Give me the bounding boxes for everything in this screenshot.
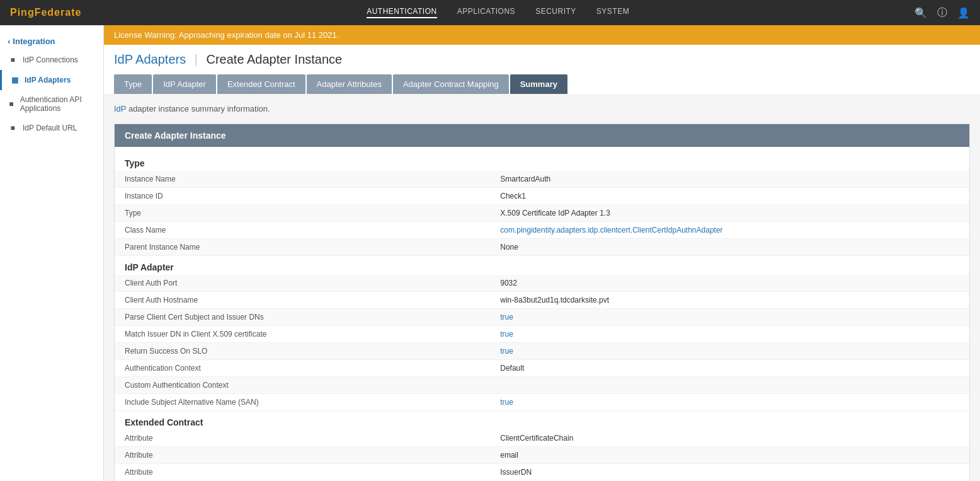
nav-link-applications[interactable]: APPLICATIONS [457, 7, 515, 18]
summary-card-header: Create Adapter Instance [115, 124, 969, 147]
tab-adapter-attributes[interactable]: Adapter Attributes [307, 74, 392, 94]
search-icon[interactable]: 🔍 [914, 7, 927, 19]
row-value: true [500, 347, 959, 356]
row-value: ClientCertificateChain [500, 434, 959, 443]
type-section-heading: Type [115, 152, 969, 171]
page-header: IdP Adapters | Create Adapter Instance T… [104, 45, 980, 94]
table-row: Attribute email [115, 447, 969, 464]
tab-adapter-contract-mapping[interactable]: Adapter Contract Mapping [393, 74, 509, 94]
sidebar-item-label: Authentication API Applications [20, 95, 96, 113]
info-link[interactable]: IdP [114, 104, 126, 113]
row-value: X.509 Certificate IdP Adapter 1.3 [500, 209, 959, 217]
row-label: Instance ID [125, 192, 500, 200]
row-label: Parse Client Cert Subject and Issuer DNs [125, 313, 500, 322]
sidebar-item-label: IdP Default URL [23, 124, 77, 132]
main-content: License Warning: Approaching expiration … [104, 25, 980, 481]
row-label: Client Auth Port [125, 279, 500, 287]
top-navigation: PingFederate AUTHENTICATION APPLICATIONS… [0, 0, 980, 25]
back-label: Integration [13, 37, 55, 46]
page-subtitle: Create Adapter Instance [207, 52, 343, 66]
row-label: Match Issuer DN in Client X.509 certific… [125, 330, 500, 339]
sidebar-item-label: IdP Adapters [25, 76, 71, 84]
row-label: Include Subject Alternative Name (SAN) [125, 398, 500, 407]
star-icon: ■ [8, 123, 18, 133]
warning-banner: License Warning: Approaching expiration … [104, 25, 980, 45]
row-label: Instance Name [125, 175, 500, 183]
table-row: Client Auth Port 9032 [115, 275, 969, 292]
summary-card-title: Create Adapter Instance [125, 130, 226, 141]
row-label: Parent Instance Name [125, 243, 500, 252]
table-row: Custom Authentication Context [115, 377, 969, 394]
sidebar-back-button[interactable]: ‹ Integration [0, 33, 103, 50]
row-label: Return Success On SLO [125, 347, 500, 356]
user-icon[interactable]: 👤 [957, 7, 970, 19]
help-icon[interactable]: ⓘ [937, 6, 947, 20]
nav-links: AUTHENTICATION APPLICATIONS SECURITY SYS… [367, 7, 629, 18]
row-label: Client Auth Hostname [125, 296, 500, 304]
shield-icon: ■ [8, 99, 15, 109]
warning-text: License Warning: Approaching expiration … [114, 30, 339, 40]
tab-summary[interactable]: Summary [510, 74, 567, 94]
table-row: Type X.509 Certificate IdP Adapter 1.3 [115, 205, 969, 222]
row-value: SmartcardAuth [500, 175, 959, 183]
page-title: IdP Adapters | Create Adapter Instance [114, 52, 970, 67]
row-label: Attribute [125, 434, 500, 443]
row-value: Check1 [500, 192, 959, 200]
row-value [500, 381, 959, 390]
row-label: Type [125, 209, 500, 217]
row-value: IssuerDN [500, 468, 959, 477]
row-value: email [500, 451, 959, 460]
logo-text: Federate [35, 7, 82, 18]
sidebar-item-idp-connections[interactable]: ■ IdP Connections [0, 50, 103, 70]
row-value: win-8a3but2ud1q.tdcdarksite.pvt [500, 296, 959, 304]
app-logo: PingFederate [10, 7, 81, 18]
nav-link-authentication[interactable]: AUTHENTICATION [367, 7, 436, 18]
tab-bar: Type IdP Adapter Extended Contract Adapt… [114, 74, 970, 94]
grid-icon: ▦ [9, 75, 20, 85]
sidebar-item-auth-api-apps[interactable]: ■ Authentication API Applications [0, 90, 103, 118]
idp-adapter-section-heading: IdP Adapter [115, 256, 969, 275]
table-row: Class Name com.pingidentity.adapters.idp… [115, 222, 969, 239]
logo-accent: Ping [10, 7, 35, 18]
sidebar-item-idp-adapters[interactable]: ▦ IdP Adapters [0, 70, 103, 90]
nav-link-system[interactable]: SYSTEM [596, 7, 629, 18]
table-row: Instance Name SmartcardAuth [115, 171, 969, 188]
breadcrumb-link[interactable]: IdP Adapters [114, 52, 186, 66]
summary-card-body: Type Instance Name SmartcardAuth Instanc… [115, 147, 969, 481]
info-text-rest: adapter instance summary information. [128, 104, 270, 113]
info-text: IdP adapter instance summary information… [114, 104, 970, 113]
sidebar: ‹ Integration ■ IdP Connections ▦ IdP Ad… [0, 25, 104, 481]
breadcrumb-separator: | [195, 52, 202, 66]
page-layout: ‹ Integration ■ IdP Connections ▦ IdP Ad… [0, 25, 980, 481]
row-label: Custom Authentication Context [125, 381, 500, 390]
row-label: Attribute [125, 468, 500, 477]
summary-card: Create Adapter Instance Type Instance Na… [114, 124, 970, 481]
content-area: IdP adapter instance summary information… [104, 94, 980, 481]
nav-icons: 🔍 ⓘ 👤 [914, 6, 970, 20]
row-label: Authentication Context [125, 364, 500, 373]
row-value: 9032 [500, 279, 959, 287]
table-row: Attribute IssuerDN [115, 464, 969, 480]
sidebar-item-idp-default-url[interactable]: ■ IdP Default URL [0, 118, 103, 138]
row-value: true [500, 330, 959, 339]
nav-link-security[interactable]: SECURITY [535, 7, 576, 18]
tab-idp-adapter[interactable]: IdP Adapter [153, 74, 216, 94]
table-row: Client Auth Hostname win-8a3but2ud1q.tdc… [115, 292, 969, 309]
row-value: None [500, 243, 959, 252]
table-row: Return Success On SLO true [115, 343, 969, 360]
tab-extended-contract[interactable]: Extended Contract [217, 74, 305, 94]
table-row: Parse Client Cert Subject and Issuer DNs… [115, 309, 969, 326]
back-arrow-icon: ‹ [8, 37, 10, 46]
row-label: Attribute [125, 451, 500, 460]
row-value: Default [500, 364, 959, 373]
table-row: Include Subject Alternative Name (SAN) t… [115, 394, 969, 411]
table-row: Match Issuer DN in Client X.509 certific… [115, 326, 969, 343]
sidebar-item-label: IdP Connections [23, 55, 78, 64]
table-row: Authentication Context Default [115, 360, 969, 377]
table-row: Instance ID Check1 [115, 188, 969, 205]
table-row: Parent Instance Name None [115, 239, 969, 256]
shield-icon: ■ [8, 55, 18, 65]
row-value: com.pingidentity.adapters.idp.clientcert… [500, 226, 959, 235]
extended-contract-section-heading: Extended Contract [115, 411, 969, 430]
tab-type[interactable]: Type [114, 74, 152, 94]
